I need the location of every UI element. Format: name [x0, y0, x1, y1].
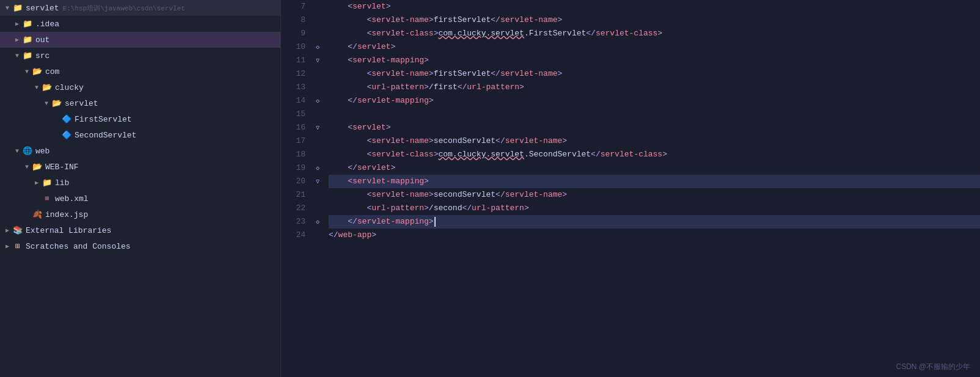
tag-name-end: servlet-name: [505, 188, 563, 202]
gutter-22: [312, 202, 324, 215]
bracket-end: </: [586, 27, 596, 40]
code-line-11: <servlet-mapping>: [329, 54, 980, 67]
code-editor: 7 8 9 10 11 12 13 14 15 16 17 18 19 20 2…: [281, 0, 980, 377]
code-line-19: </servlet>: [329, 161, 980, 175]
tag-name: servlet: [357, 161, 391, 175]
gutter-11[interactable]: ▽: [312, 54, 324, 67]
bracket: <: [329, 175, 353, 188]
sidebar-item-servlet-pkg[interactable]: 📂 servlet: [0, 95, 280, 111]
class-second-icon: 🔷: [61, 130, 72, 140]
arrow-external-libs: [2, 227, 12, 234]
tag-name: servlet: [353, 121, 386, 134]
code-line-14: </servlet-mapping>: [329, 94, 980, 108]
code-area[interactable]: <servlet> <servlet-name>firstServlet</se…: [324, 0, 980, 377]
tag-name: servlet-name: [371, 134, 429, 148]
sidebar-item-scratches[interactable]: ⊞ Scratches and Consoles: [0, 238, 280, 254]
bracket-end: </: [495, 134, 505, 148]
gutter-14[interactable]: ◇: [312, 94, 324, 108]
tag-name: servlet-mapping: [353, 175, 424, 188]
bracket-close: >: [424, 202, 429, 215]
bracket-close: >: [390, 161, 395, 175]
sidebar-item-lib[interactable]: 📁 lib: [0, 175, 280, 191]
sidebar-label-web-inf: WEB-INF: [45, 163, 79, 172]
editor-gutter: ◇ ▽ ◇ ▽ ◇ ▽ ◇: [312, 0, 324, 377]
bracket-final: >: [558, 13, 563, 27]
sidebar-item-com[interactable]: 📂 com: [0, 64, 280, 79]
tag-name: servlet-name: [371, 13, 429, 27]
tag-name-end: url-pattern: [472, 202, 524, 215]
text: /first: [429, 81, 458, 94]
sidebar-label-web: web: [35, 147, 49, 156]
sidebar-item-web-inf[interactable]: 📂 WEB-INF: [0, 159, 280, 175]
arrow-scratches: [2, 243, 12, 250]
sidebar-item-web-xml[interactable]: ≡ web.xml: [0, 191, 280, 207]
gutter-21: [312, 188, 324, 202]
gutter-20[interactable]: ▽: [312, 175, 324, 188]
sidebar-label-servlet-pkg: servlet: [65, 99, 98, 108]
bracket-close: >: [429, 13, 434, 27]
sidebar-item-web[interactable]: 🌐 web: [0, 143, 280, 159]
sidebar-item-servlet-root[interactable]: 📁 servlet E:\hsp培训\javaweb\csdn\servlet: [0, 0, 280, 16]
text: secondServlet: [434, 134, 495, 148]
gutter-17: [312, 134, 324, 148]
bracket-final: >: [519, 81, 524, 94]
sidebar-item-first-servlet[interactable]: 🔷 FirstServlet: [0, 111, 280, 127]
sidebar-label-com: com: [45, 67, 59, 76]
bracket-close: >: [424, 81, 429, 94]
bracket-final: >: [524, 202, 529, 215]
bracket: </: [329, 94, 357, 108]
arrow-out: [12, 36, 22, 43]
sidebar-item-index-jsp[interactable]: 🍂 index.jsp: [0, 207, 280, 222]
arrow-servlet-root: [2, 5, 12, 12]
bracket-close: >: [434, 148, 439, 161]
code-line-12: <servlet-name>firstServlet</servlet-name…: [329, 67, 980, 81]
text: com.clucky.servlet.FirstServlet: [438, 27, 586, 40]
bracket-final: >: [562, 134, 567, 148]
sidebar-item-idea[interactable]: 📁 .idea: [0, 16, 280, 32]
bracket-close: >: [429, 188, 434, 202]
code-line-13: <url-pattern>/first</url-pattern>: [329, 81, 980, 94]
sidebar-item-external-libs[interactable]: 📚 External Libraries: [0, 222, 280, 238]
text: firstServlet: [434, 67, 491, 81]
tag-name: servlet: [357, 40, 391, 54]
gutter-13: [312, 81, 324, 94]
code-line-18: <servlet-class>com.clucky.servlet.Second…: [329, 148, 980, 161]
sidebar-label-clucky: clucky: [55, 83, 84, 92]
gutter-16[interactable]: ▽: [312, 121, 324, 134]
sidebar-item-out[interactable]: 📁 out: [0, 32, 280, 48]
code-line-24: </web-app>: [329, 229, 980, 242]
sidebar-item-clucky[interactable]: 📂 clucky: [0, 79, 280, 95]
tag-name: url-pattern: [371, 81, 424, 94]
bracket-close: >: [429, 215, 434, 229]
bracket-end: </: [458, 81, 467, 94]
bracket-end: </: [591, 148, 601, 161]
bracket-final: >: [662, 148, 667, 161]
bracket-close: >: [424, 175, 429, 188]
arrow-web: [12, 148, 22, 155]
sidebar-label-scratches: Scratches and Consoles: [26, 242, 131, 251]
bracket-close: >: [434, 27, 439, 40]
bracket-final: >: [558, 67, 563, 81]
bracket-close: >: [424, 54, 429, 67]
bracket: </: [329, 161, 357, 175]
bracket: </: [329, 229, 338, 242]
folder-clucky-icon: 📂: [42, 82, 53, 92]
sidebar-label-second-servlet: SecondServlet: [75, 131, 136, 140]
gutter-10[interactable]: ◇: [312, 40, 324, 54]
gutter-19[interactable]: ◇: [312, 161, 324, 175]
code-line-16: <servlet>: [329, 121, 980, 134]
arrow-idea: [12, 20, 22, 27]
code-line-8: <servlet-name>firstServlet</servlet-name…: [329, 13, 980, 27]
gutter-23[interactable]: ◇: [312, 215, 324, 229]
line-numbers: 7 8 9 10 11 12 13 14 15 16 17 18 19 20 2…: [281, 0, 312, 377]
tag-name: web-app: [338, 229, 372, 242]
text: firstServlet: [434, 13, 491, 27]
library-icon: 📚: [12, 225, 23, 235]
sidebar-item-second-servlet[interactable]: 🔷 SecondServlet: [0, 127, 280, 143]
code-line-7: <servlet>: [329, 0, 980, 13]
sidebar-item-src[interactable]: 📁 src: [0, 48, 280, 64]
bracket-end: </: [491, 13, 500, 27]
gutter-8: [312, 13, 324, 27]
sidebar-label-external-libs: External Libraries: [26, 226, 111, 235]
bracket-close: >: [429, 94, 434, 108]
